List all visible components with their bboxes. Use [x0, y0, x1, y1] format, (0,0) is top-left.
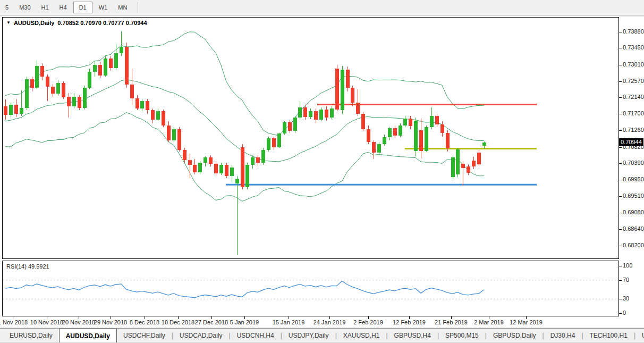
date-axis-label: 12 Feb 2019: [393, 319, 426, 325]
date-axis-label: 8 Dec 2018: [130, 319, 159, 325]
candle-body: [40, 66, 44, 77]
candle-body: [109, 58, 113, 68]
chart-title-symbol: AUDUSD,Daily: [14, 20, 54, 26]
chart-tab-USDCAD-Daily[interactable]: USDCAD,Daily: [173, 329, 229, 342]
candle-body: [14, 105, 18, 114]
candle-body: [241, 147, 244, 188]
candle-body: [4, 106, 7, 115]
candle-body: [461, 164, 465, 169]
date-axis-label: 10 Nov 2018: [30, 319, 63, 325]
candle-body: [383, 137, 386, 144]
chart-tab-USDCNH-H4[interactable]: USDCNH,H4: [231, 329, 281, 342]
candle-body: [472, 161, 476, 166]
timeframe-button-D1[interactable]: D1: [73, 2, 92, 13]
candle-body: [288, 122, 292, 131]
timeframe-button-M30[interactable]: M30: [15, 2, 35, 13]
price-axis-label: 0.72140: [623, 94, 644, 100]
candle-body: [425, 127, 428, 151]
candle-body: [477, 153, 481, 165]
timeframe-button-H4[interactable]: H4: [55, 2, 71, 13]
chart-tab-bar: EURUSD,DailyAUDUSD,DailyUSDCHF,Daily|USD…: [0, 328, 644, 343]
chart-tab-TECH100-H1[interactable]: TECH100,H1: [583, 329, 634, 342]
candle-body: [409, 119, 412, 126]
candle-body: [440, 124, 444, 133]
candle-body: [114, 53, 118, 68]
candle-body: [245, 165, 249, 188]
candle-body: [377, 144, 381, 153]
candle-body: [414, 121, 418, 151]
candle-body: [151, 110, 155, 120]
candle-body: [346, 70, 350, 88]
candle-body: [125, 47, 129, 85]
chart-tab-EURUSD-Daily[interactable]: EURUSD,Daily: [3, 329, 59, 342]
candle-body: [277, 133, 281, 147]
candle-body: [325, 110, 328, 118]
chart-tab-SP500-M15[interactable]: SP500,M15: [439, 329, 485, 342]
candle-body: [298, 107, 302, 118]
candle-body: [267, 138, 270, 149]
candle-body: [9, 105, 13, 115]
chart-tab-XAUUSD-H1[interactable]: XAUUSD,H1: [337, 329, 386, 342]
chart-tab-USDCHF-Daily[interactable]: USDCHF,Daily: [117, 329, 172, 342]
candle-body: [104, 58, 107, 76]
candle-body: [225, 165, 228, 176]
rsi-indicator-label: RSI(14) 49.5921: [6, 263, 49, 270]
timeframe-button-MN[interactable]: MN: [114, 2, 131, 13]
candle-body: [399, 126, 402, 136]
candle-body: [309, 111, 312, 117]
timeframe-toolbar: 5M30H1H4D1W1MN: [0, 0, 644, 15]
candle-body: [51, 87, 55, 94]
chart-tab-GBPUSD-Daily[interactable]: GBPUSD,Daily: [487, 329, 543, 342]
price-axis-label: 0.73010: [623, 61, 644, 68]
timeframe-button-W1[interactable]: W1: [95, 2, 112, 13]
date-axis-label: 21 Feb 2019: [435, 319, 468, 325]
candle-body: [388, 128, 392, 137]
candle-body: [430, 116, 434, 127]
candle-body: [219, 165, 223, 173]
candle-body: [156, 111, 160, 120]
chart-tab-DJ30-H4[interactable]: DJ30,H4: [544, 329, 582, 342]
candle-body: [183, 150, 187, 160]
candle-body: [482, 143, 486, 146]
price-axis-label: 0.68200: [623, 242, 644, 248]
candle-body: [372, 142, 376, 152]
price-axis-label: 0.69080: [623, 209, 644, 215]
chart-tab-AUDUSD-Daily[interactable]: AUDUSD,Daily: [59, 329, 117, 342]
date-axis-label: 20 Nov 2018: [62, 319, 95, 325]
rsi-axis-label: 0: [623, 309, 626, 316]
candle-body: [314, 111, 318, 120]
timeframe-button-H1[interactable]: H1: [37, 2, 53, 13]
candle-body: [198, 163, 202, 172]
candle-body: [335, 69, 339, 109]
symbol-dropdown-icon[interactable]: ▼: [6, 20, 11, 25]
date-axis-label: 2 Feb 2019: [353, 319, 383, 325]
candle-body: [146, 101, 149, 111]
date-axis-label: 27 Dec 2018: [195, 319, 228, 325]
candle-body: [20, 108, 23, 114]
price-axis-label: 0.70390: [623, 160, 644, 166]
date-axis-label: 15 Jan 2019: [273, 319, 305, 325]
chart-tab-UKC[interactable]: UKC: [635, 329, 644, 342]
candle-body: [83, 88, 87, 108]
rsi-axis-label: 100: [623, 262, 632, 269]
main-chart-canvas[interactable]: [0, 0, 644, 343]
candle-body: [120, 47, 123, 53]
date-axis-label: 18 Dec 2018: [162, 319, 194, 325]
candle-body: [261, 150, 265, 163]
candle-body: [72, 97, 76, 106]
rsi-axis-label: 30: [623, 295, 629, 302]
candle-body: [130, 85, 134, 98]
candle-body: [456, 149, 460, 174]
candle-body: [330, 108, 334, 118]
timeframe-button-5[interactable]: 5: [1, 2, 13, 13]
candle-body: [172, 129, 176, 140]
candle-body: [451, 157, 455, 178]
candle-body: [140, 101, 144, 108]
price-axis-label: 0.69950: [623, 176, 644, 182]
chart-tab-USDJPY-Daily[interactable]: USDJPY,Daily: [282, 329, 335, 342]
date-axis-label: 24 Jan 2019: [313, 319, 346, 325]
candle-body: [93, 65, 97, 72]
chart-title-ohlc: 0.70852 0.70970 0.70777 0.70944: [57, 20, 147, 26]
candle-body: [361, 114, 365, 129]
chart-tab-GBPUSD-H4[interactable]: GBPUSD,H4: [388, 329, 437, 342]
